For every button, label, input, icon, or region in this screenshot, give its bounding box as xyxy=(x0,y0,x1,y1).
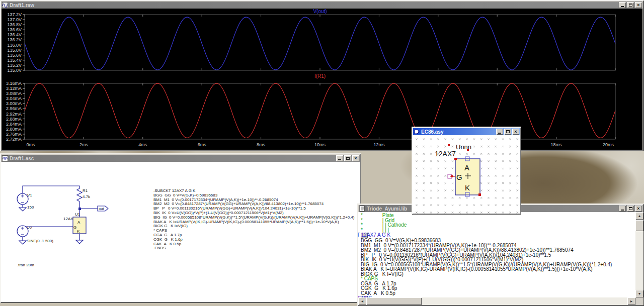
netlist-line: * CAPS xyxy=(153,229,354,233)
maximize-button[interactable] xyxy=(344,155,351,161)
library-line: CAK A K 0.5p xyxy=(361,291,612,296)
y-tick-label: 2.72mA xyxy=(6,137,22,142)
x-tick-label: 2ms xyxy=(79,142,89,147)
tube-pin-g-label: G xyxy=(73,225,76,230)
text-anchor-dot xyxy=(467,149,469,151)
library-line: CGK G K 1.6p xyxy=(361,286,612,291)
library-text-area[interactable]: * Plate* | Grid* | | Cathode* | | |.SUBC… xyxy=(358,212,635,297)
y-tick-label: 136.8V xyxy=(7,22,22,27)
x-tick-label: 6ms xyxy=(198,142,207,147)
window-title: EC86.asy xyxy=(421,129,443,135)
close-button[interactable]: × xyxy=(635,2,642,8)
horizontal-scrollbar[interactable]: ◄ ► xyxy=(358,297,635,305)
x-tick-label: 18ms xyxy=(551,142,562,147)
vertex-handle-dot[interactable] xyxy=(478,193,481,196)
minimize-button[interactable] xyxy=(619,2,626,8)
netlist-line: CGA G A 1.7p xyxy=(153,233,354,238)
y-tick-label: 136.2V xyxy=(7,37,22,42)
library-line: * CAPS xyxy=(361,276,612,281)
trace-V(out) xyxy=(25,17,615,70)
library-line: * | | Cathode xyxy=(361,223,612,228)
pin-k-label: K xyxy=(465,183,470,192)
titlebar-asc[interactable]: Draft1.asc × xyxy=(2,155,360,162)
close-button[interactable]: × xyxy=(512,129,519,135)
y-tick-label: 3.00mA xyxy=(6,101,22,106)
library-line: BIGK G K I=V(IG) xyxy=(361,272,612,277)
x-tick-label: 20ms xyxy=(603,142,614,147)
close-button[interactable]: × xyxy=(352,155,359,161)
horizontal-scroll-thumb[interactable] xyxy=(366,297,422,305)
tube-pin-k-label: K xyxy=(77,229,80,234)
x-tick-label: 12ms xyxy=(373,142,385,147)
titlebar-asy[interactable]: EC86.asy × xyxy=(413,128,520,135)
y-tick-label: 136.0V xyxy=(7,43,22,48)
window-title: Draft1.raw xyxy=(10,3,34,8)
library-source-listing: * Plate* | Grid* | | Cathode* | | |.SUBC… xyxy=(361,213,612,297)
maximize-button[interactable] xyxy=(504,129,511,135)
tube-pin-a-label: A xyxy=(77,220,80,225)
ground-symbol-v2 xyxy=(19,241,26,244)
scroll-down-button[interactable]: ▼ xyxy=(635,290,643,297)
waveform-window-icon[interactable] xyxy=(2,2,8,8)
pin-handle-dot[interactable] xyxy=(451,175,453,177)
schematic-window-icon[interactable] xyxy=(2,155,8,161)
schematic-canvas[interactable]: V1 150 R1 4.7k out U1 12AX7 A G K xyxy=(1,162,360,302)
y-tick-label: 2.96mA xyxy=(6,106,22,111)
minimize-button[interactable] xyxy=(496,129,503,135)
maximize-button[interactable] xyxy=(627,2,634,8)
scroll-right-button[interactable]: ► xyxy=(627,297,635,305)
y-tick-label: 135.8V xyxy=(7,48,22,53)
netlist-line: CGK G K 1.6p xyxy=(153,238,354,242)
y-tick-label: 2.84mA xyxy=(6,122,22,127)
v1-name-label: V1 xyxy=(27,193,32,197)
x-tick-label: 8ms xyxy=(257,142,266,147)
value-text: 12AX7 xyxy=(435,150,456,158)
x-tick-label: 10ms xyxy=(314,142,326,147)
pin-g-label: G xyxy=(456,173,462,181)
vertical-scrollbar[interactable]: ▲ ▼ xyxy=(635,212,643,297)
ground-symbol-v1 xyxy=(19,208,26,211)
u1-name-label: U1 xyxy=(75,212,80,217)
trace-I(R1) xyxy=(25,83,615,138)
vertical-scroll-thumb[interactable] xyxy=(635,220,643,231)
symbol-canvas[interactable]: Unnn 12AX7 A G K xyxy=(413,135,520,214)
x-tick-label: 0ms xyxy=(26,142,35,147)
netlist-line: BIGK G K I=V(IG) xyxy=(153,224,354,229)
titlebar-raw[interactable]: Draft1.raw × xyxy=(2,2,642,9)
out-port-label: out xyxy=(99,207,104,211)
v2-value-label: SINE(0 .1 500) xyxy=(27,239,53,243)
tran-directive-text: .tran 20m xyxy=(17,263,34,267)
y-tick-label: 136.4V xyxy=(7,32,22,37)
r1-resistor-symbol[interactable] xyxy=(77,187,82,201)
vertex-handle-dot[interactable] xyxy=(454,158,457,160)
scroll-left-button[interactable]: ◄ xyxy=(358,297,366,305)
minimize-button[interactable] xyxy=(619,206,626,212)
window-title: Draft1.asc xyxy=(10,156,34,161)
window-symbol-editor: EC86.asy × Unnn 12AX7 xyxy=(412,127,521,215)
plot-client-area[interactable]: 137.2V137.0V136.8V136.6V136.4V136.2V136.… xyxy=(2,9,642,150)
close-button[interactable]: × xyxy=(635,206,642,212)
minimize-button[interactable] xyxy=(336,155,343,161)
r1-value-label: 4.7k xyxy=(83,194,91,199)
y-tick-label: 137.2V xyxy=(7,12,22,17)
y-tick-label: 135.0V xyxy=(7,68,22,73)
library-line: * | | | xyxy=(361,228,612,233)
trace-legend-label[interactable]: I(R1) xyxy=(314,73,326,79)
desktop-screen: Draft1.raw × 137.2V137.0V136.8V136.6V136… xyxy=(0,0,644,306)
y-tick-label: 2.80mA xyxy=(6,127,22,132)
trace-legend-label[interactable]: V(out) xyxy=(313,9,327,14)
symbol-window-icon[interactable] xyxy=(414,129,420,135)
maximize-button[interactable] xyxy=(627,206,634,212)
document-window-icon[interactable] xyxy=(359,206,365,212)
window-waveform-viewer: Draft1.raw × 137.2V137.0V136.8V136.6V136… xyxy=(0,0,644,151)
waveform-plot[interactable]: 137.2V137.0V136.8V136.6V136.4V136.2V136.… xyxy=(2,9,642,150)
symbol-drawing[interactable]: Unnn 12AX7 A G K xyxy=(413,135,520,214)
r1-name-label: R1 xyxy=(83,188,88,193)
scroll-up-button[interactable]: ▲ xyxy=(635,212,643,220)
plot-pane-border xyxy=(25,15,615,70)
spice-netlist-text: .SUBCKT 12AX7 A G KBGG GG 0 V=V(G,K)+0.5… xyxy=(153,189,354,251)
y-tick-label: 135.6V xyxy=(7,53,22,58)
x-tick-label: 4ms xyxy=(138,142,147,147)
text-anchor-dot xyxy=(448,144,450,146)
y-tick-label: 135.4V xyxy=(7,58,22,63)
